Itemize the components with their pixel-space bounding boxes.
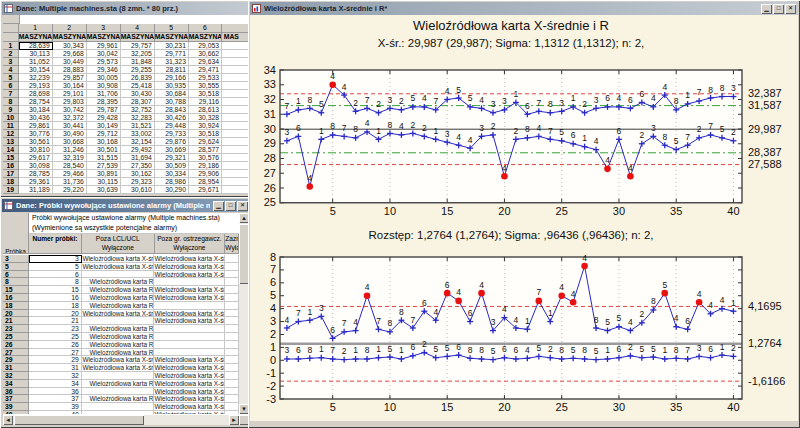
data-cell[interactable]: 30,555 [189, 82, 222, 90]
alarm-row-header[interactable]: 27 [3, 349, 29, 357]
data-cell[interactable]: 28,698 [19, 90, 53, 98]
data-cell[interactable]: 29,573 [87, 58, 121, 66]
alarm-sample-number-cell[interactable]: 39 [29, 403, 82, 411]
alarm-lcl-ucl-cell[interactable]: Wieloźródłowa karta R [82, 395, 155, 403]
maximize-button[interactable]: □ [773, 4, 784, 14]
data-cell[interactable]: 29,906 [189, 170, 222, 178]
alarm-zazn-cell[interactable] [225, 294, 239, 302]
data-cell[interactable]: 29,321 [155, 154, 189, 162]
data-cell[interactable]: 29,961 [87, 42, 121, 50]
data-cell[interactable]: 32,154 [121, 138, 155, 146]
alarm-row-header[interactable]: 21 [3, 317, 29, 325]
data-cell[interactable]: 29,361 [19, 178, 53, 186]
data-cell[interactable]: 31,736 [53, 178, 87, 186]
alarm-lcl-ucl-cell[interactable]: Wieloźródłowa karta X-śr [82, 310, 155, 318]
data-cell[interactable]: 30,098 [19, 162, 53, 170]
row-number-header[interactable]: 12 [3, 130, 19, 138]
column-number-header[interactable]: 5 [155, 24, 189, 33]
data-cell[interactable]: 30,518 [189, 90, 222, 98]
data-cell[interactable]: 30,509 [155, 162, 189, 170]
alarm-zazn-cell[interactable] [225, 356, 239, 364]
data-cell[interactable]: 28,811 [155, 66, 189, 74]
data-cell[interactable]: 31,694 [121, 154, 155, 162]
alarm-sample-number-cell[interactable]: 15 [29, 286, 82, 294]
alarm-row-header[interactable]: 5 [3, 263, 29, 271]
column-name-header[interactable]: MASZYNA6 [189, 33, 222, 42]
data-cell[interactable]: 31,848 [121, 58, 155, 66]
alarm-warning-cell[interactable]: Wieloźródłowa karta X-śr [154, 317, 225, 325]
data-cell[interactable]: 29,803 [53, 98, 87, 106]
data-cell[interactable]: 30,168 [87, 138, 121, 146]
alarm-zazn-cell[interactable] [225, 317, 239, 325]
column-name-header[interactable]: MASZYNA5 [155, 33, 189, 42]
alarm-sample-number-cell[interactable]: 16 [29, 294, 82, 302]
row-number-header[interactable]: 6 [3, 82, 19, 90]
data-cell[interactable]: 28,883 [53, 66, 87, 74]
data-cell[interactable]: 30,005 [87, 74, 121, 82]
data-cell[interactable]: 29,220 [53, 186, 87, 194]
alarm-row-header[interactable]: 34 [3, 380, 29, 388]
poza-lcl-ucl-header[interactable]: Poza LCL/UCLWyłączone [82, 234, 155, 254]
data-cell[interactable]: 32,372 [53, 114, 87, 122]
alarm-lcl-ucl-cell[interactable] [82, 271, 155, 279]
column-name-header[interactable]: MASZYNA3 [87, 33, 121, 42]
alarm-zazn-cell[interactable] [225, 286, 239, 294]
data-cell[interactable]: 28,954 [189, 178, 222, 186]
alarm-sample-number-cell[interactable]: 3 [29, 255, 82, 263]
data-cell[interactable]: 30,561 [19, 138, 53, 146]
data-cell[interactable]: 28,577 [189, 146, 222, 154]
data-cell[interactable]: 31,521 [121, 122, 155, 130]
alarm-zazn-cell[interactable] [225, 302, 239, 310]
data-cell[interactable]: 28,540 [53, 162, 87, 170]
alarm-row-header[interactable]: 31 [3, 364, 29, 372]
window1-title-bar[interactable]: Dane: Multiple machines.sta (8 zmn. * 80… [2, 2, 256, 15]
column-name-header[interactable]: MASZYNA1 [19, 33, 53, 42]
alarm-sample-number-cell[interactable]: 8 [29, 278, 82, 286]
data-cell[interactable]: 28,307 [121, 98, 155, 106]
alarm-row-header[interactable]: 23 [3, 325, 29, 333]
alarm-row-header[interactable]: 32 [3, 372, 29, 380]
alarm-warning-cell[interactable]: Wieloźródłowa karta X-śr [154, 294, 225, 302]
alarm-row-header[interactable]: 37 [3, 395, 29, 403]
alarm-zazn-cell[interactable] [225, 372, 239, 380]
alarm-warning-cell[interactable]: Wieloźródłowa karta X-śr [154, 403, 225, 411]
data-cell[interactable]: 30,184 [19, 106, 53, 114]
data-cell[interactable]: 30,441 [53, 122, 87, 130]
alarm-lcl-ucl-cell[interactable]: Wieloźródłowa karta R [82, 380, 155, 388]
data-cell[interactable]: 30,891 [87, 170, 121, 178]
alarm-lcl-ucl-cell[interactable] [82, 403, 155, 411]
alarm-lcl-ucl-cell[interactable]: Wieloźródłowa karta R [82, 294, 155, 302]
data-cell[interactable]: 30,576 [189, 154, 222, 162]
data-cell[interactable]: 28,843 [155, 106, 189, 114]
alarm-zazn-cell[interactable] [225, 411, 239, 414]
data-cell[interactable]: 30,328 [189, 114, 222, 122]
alarm-lcl-ucl-cell[interactable]: Wieloźródłowa karta R [82, 278, 155, 286]
alarm-lcl-ucl-cell[interactable]: Wieloźródłowa karta X-śr [82, 356, 155, 364]
data-cell[interactable]: 30,115 [87, 178, 121, 186]
data-cell[interactable]: 31,246 [53, 146, 87, 154]
alarm-row-header[interactable]: 29 [3, 356, 29, 364]
alarm-sample-number-cell[interactable]: 29 [29, 356, 82, 364]
data-cell[interactable]: 28,785 [19, 170, 53, 178]
data-cell[interactable]: 30,490 [53, 130, 87, 138]
alarm-lcl-ucl-cell[interactable]: Wieloźródłowa karta R [82, 341, 155, 349]
data-cell[interactable]: 28,613 [189, 106, 222, 114]
close-button[interactable]: ✕ [785, 4, 796, 14]
data-cell[interactable]: 29,787 [87, 106, 121, 114]
alarm-lcl-ucl-cell[interactable]: Wieloźródłowa karta R [82, 349, 155, 357]
alarm-warning-cell[interactable] [154, 278, 225, 286]
alarm-row-header[interactable]: 36 [3, 388, 29, 396]
column-number-header[interactable]: 6 [189, 24, 222, 33]
data-cell[interactable]: 29,492 [121, 146, 155, 154]
data-cell[interactable]: 29,617 [19, 154, 53, 162]
alarm-zazn-cell[interactable] [225, 333, 239, 341]
alarm-sample-number-cell[interactable]: 37 [29, 395, 82, 403]
data-cell[interactable]: 32,752 [121, 106, 155, 114]
data-cell[interactable]: 30,669 [155, 146, 189, 154]
data-cell[interactable]: 30,935 [155, 82, 189, 90]
alarm-zazn-cell[interactable] [225, 395, 239, 403]
scroll-right-button[interactable]: ► [229, 415, 239, 425]
data-cell[interactable]: 30,436 [19, 114, 53, 122]
alarm-sample-number-cell[interactable]: 25 [29, 333, 82, 341]
data-cell[interactable]: 30,501 [87, 146, 121, 154]
